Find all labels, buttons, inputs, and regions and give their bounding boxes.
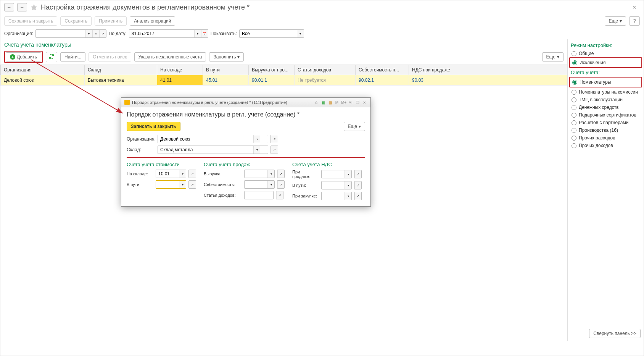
cell-vat[interactable]: 90.03 [409,75,567,86]
cell-income-item[interactable]: Не требуется [295,75,356,86]
open-icon[interactable]: ↗ [271,146,278,154]
open-icon[interactable]: ↗ [354,170,361,178]
fill-button[interactable]: Заполнить ▾ [209,52,244,61]
col-revenue[interactable]: Выручка от про... [249,65,295,75]
on-stock-input[interactable] [156,170,179,178]
chevron-down-icon[interactable]: ▾ [179,170,186,178]
table-row[interactable]: Деловой союз Бытовая техника 41.01 45.01… [1,75,567,86]
cancel-search-button[interactable]: Отменить поиск [89,52,131,61]
radio-production[interactable]: Производства (16) [571,126,641,134]
refresh-button[interactable] [46,52,57,62]
calc-icon[interactable]: ▤ [327,99,333,105]
radio-commission[interactable]: Номенклатуры на комиссии [571,88,641,96]
date-input[interactable] [129,30,194,37]
accounts-title: Счета учета: [571,70,641,75]
help-button[interactable]: ? [629,16,640,26]
unfilled-button[interactable]: Указать незаполненные счета [134,52,206,61]
col-in-transit[interactable]: В пути [203,65,249,75]
revenue-input[interactable] [245,170,267,178]
accounts-table: Организация Склад На складе В пути Выруч… [0,65,567,86]
nav-back-button[interactable]: ← [4,3,14,11]
col-warehouse[interactable]: Склад [85,65,157,75]
org-input[interactable] [36,30,85,37]
chevron-down-icon[interactable]: ▾ [267,170,274,178]
radio-general[interactable]: Общие [571,50,641,57]
dialog-save-close-button[interactable]: Записать и закрыть [127,122,180,131]
vat-in-transit-input[interactable] [322,181,345,189]
col-cost[interactable]: Себестоимость п... [356,65,409,75]
col-income-item[interactable]: Статья доходов [295,65,356,75]
calendar-icon[interactable]: 📅 [201,30,208,37]
chevron-down-icon[interactable]: ▾ [253,135,260,143]
nav-forward-button[interactable]: → [17,3,27,11]
chevron-down-icon[interactable]: ▾ [179,181,186,188]
open-icon[interactable]: ↗ [189,170,196,178]
cell-in-transit[interactable]: 45.01 [203,75,249,86]
print-icon[interactable]: ⎙ [313,99,319,105]
show-label: Показывать: [211,31,237,36]
col-on-stock[interactable]: На складе [157,65,203,75]
add-button[interactable]: + Добавить [6,52,41,61]
radio-tmc[interactable]: ТМЦ в эксплуатации [571,96,641,104]
section-more-button[interactable]: Еще ▾ [542,52,564,61]
open-icon[interactable]: ↗ [271,135,278,143]
open-icon[interactable]: ↗ [277,170,284,178]
dialog-more-button[interactable]: Еще ▾ [344,122,365,131]
window-restore-icon[interactable]: ❐ [354,99,361,105]
m-icon[interactable]: M [334,99,340,105]
cell-cost[interactable]: 90.02.1 [356,75,409,86]
open-icon[interactable]: ↗ [354,181,361,189]
cell-revenue[interactable]: 90.01.1 [249,75,295,86]
group-sales-title: Счета учета продаж [204,162,285,167]
cell-on-stock[interactable]: 41.01 [157,75,203,86]
close-icon[interactable]: ✕ [361,99,367,105]
vat-on-sale-input[interactable] [322,170,345,178]
radio-expenses[interactable]: Прочих расходов [571,134,641,142]
dialog-titlebar[interactable]: Порядок отражения номенклатуры в регл. у… [121,98,370,107]
dlg-warehouse-input[interactable] [158,146,253,154]
chevron-down-icon[interactable]: ▾ [345,192,351,200]
more-button[interactable]: Еще ▾ [605,16,626,26]
open-icon[interactable]: ↗ [276,191,283,199]
radio-partners[interactable]: Расчетов с партнерами [571,119,641,126]
close-icon[interactable]: ✕ [629,3,640,12]
chevron-down-icon[interactable]: ▾ [345,181,351,189]
col-org[interactable]: Организация [1,65,85,75]
find-button[interactable]: Найти... [60,52,85,61]
dlg-org-input[interactable] [158,135,253,143]
cell-warehouse[interactable]: Бытовая техника [85,75,157,86]
cell-org[interactable]: Деловой союз [1,75,85,86]
radio-nomenclature[interactable]: Номенклатуры [572,78,640,86]
analyze-button[interactable]: Анализ операций [130,16,175,26]
radio-cash[interactable]: Денежных средств [571,104,641,111]
favorite-star-icon[interactable] [30,3,38,11]
chevron-down-icon[interactable]: ▾ [253,146,260,154]
income-item-input[interactable] [245,191,273,199]
save-button[interactable]: Сохранить [60,16,92,26]
radio-gift[interactable]: Подарочных сертификатов [571,111,641,119]
in-transit-input[interactable] [156,181,179,188]
collapse-panel-button[interactable]: Свернуть панель >> [589,329,641,338]
m-plus-icon[interactable]: M+ [341,99,347,105]
chevron-down-icon[interactable]: ▾ [85,30,92,37]
m-minus-icon[interactable]: M- [348,99,354,105]
open-icon[interactable]: ↗ [189,181,196,188]
radio-exceptions[interactable]: Исключения [572,59,640,66]
chevron-down-icon[interactable]: ▾ [267,181,274,188]
open-icon[interactable]: ↗ [99,30,106,37]
chevron-down-icon[interactable]: ▾ [297,30,304,37]
show-input[interactable] [240,30,297,37]
open-icon[interactable]: ↗ [277,181,284,188]
clear-icon[interactable]: × [92,30,99,37]
apply-button[interactable]: Применить [95,16,127,26]
chevron-down-icon[interactable]: ▾ [345,170,351,178]
chevron-down-icon[interactable]: ▾ [194,30,201,37]
col-vat[interactable]: НДС при продаже [409,65,567,75]
dlg-org-label: Организация: [127,136,155,142]
save-close-button[interactable]: Сохранить и закрыть [4,16,57,26]
radio-incomes[interactable]: Прочих доходов [571,142,641,149]
calendar-icon[interactable]: ▦ [320,99,326,105]
cogs-input[interactable] [245,181,267,188]
vat-on-purchase-input[interactable] [322,192,345,200]
open-icon[interactable]: ↗ [354,192,361,200]
